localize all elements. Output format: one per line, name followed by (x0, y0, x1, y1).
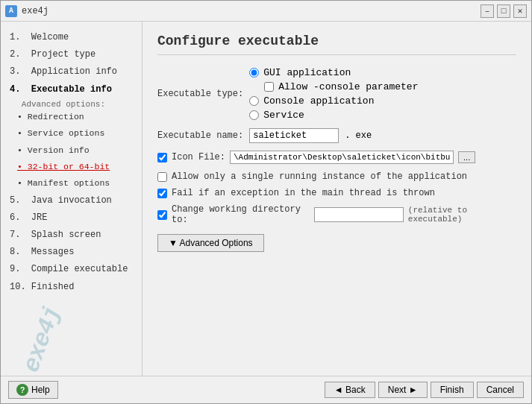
sidebar-item-splash[interactable]: 7. Splash screen (7, 227, 136, 244)
help-button[interactable]: ? Help (8, 381, 58, 399)
back-button[interactable]: ◄ Back (325, 382, 375, 398)
window-title: exe4j (22, 6, 48, 16)
browse-button[interactable]: ... (458, 151, 475, 163)
content-area: 1. Welcome 2. Project type 3. Applicatio… (1, 22, 531, 376)
radio-service[interactable] (249, 110, 259, 120)
icon-file-input[interactable] (230, 151, 454, 164)
sidebar-item-service-options[interactable]: • Service options (7, 125, 136, 142)
title-bar: A exe4j – □ ✕ (1, 1, 531, 22)
bottom-right: ◄ Back Next ► Finish Cancel (325, 382, 524, 398)
sidebar-item-compile[interactable]: 9. Compile executable (7, 261, 136, 278)
fail-exception-label: Fail if an exception in the main thread … (172, 188, 435, 198)
label-console: Console application (263, 95, 374, 107)
icon-file-checkbox[interactable] (157, 153, 167, 162)
allow-console-label: Allow -console parameter (278, 81, 418, 92)
single-instance-checkbox[interactable] (157, 172, 167, 182)
exe-type-options: GUI application Allow -console parameter… (249, 67, 418, 121)
working-dir-input[interactable] (314, 207, 404, 222)
sidebar-item-finished[interactable]: 10. Finished (7, 279, 136, 296)
finish-button[interactable]: Finish (431, 382, 474, 398)
help-icon: ? (16, 384, 28, 396)
sidebar-item-project-type[interactable]: 2. Project type (7, 46, 136, 63)
radio-console[interactable] (249, 96, 259, 106)
fail-exception-row: Fail if an exception in the main thread … (157, 188, 516, 198)
title-bar-controls: – □ ✕ (481, 4, 527, 18)
relative-hint: (relative to executable) (408, 206, 516, 224)
working-dir-checkbox[interactable] (157, 210, 167, 220)
next-button[interactable]: Next ► (378, 382, 428, 398)
sidebar-item-jre[interactable]: 6. JRE (7, 209, 136, 227)
exe-suffix: . exe (345, 130, 372, 141)
page-title: Configure executable (157, 34, 516, 55)
exe-name-label: Executable name: (157, 130, 243, 141)
radio-gui[interactable] (249, 68, 259, 78)
exe-name-row: Executable name: . exe (157, 128, 516, 143)
allow-console-checkbox[interactable] (264, 82, 274, 92)
main-panel: Configure executable Executable type: GU… (143, 22, 531, 376)
icon-file-row: Icon File: ... (157, 151, 516, 164)
help-label: Help (31, 385, 50, 395)
working-dir-label: Change working directory to: (172, 204, 310, 225)
sidebar: 1. Welcome 2. Project type 3. Applicatio… (1, 22, 143, 376)
bottom-left: ? Help (8, 381, 58, 399)
icon-file-label: Icon File: (172, 152, 225, 162)
sidebar-item-app-info[interactable]: 3. Application info (7, 63, 136, 81)
advanced-options-container: ▼ Advanced Options (157, 234, 516, 252)
single-instance-label: Allow only a single running instance of … (172, 171, 467, 182)
title-bar-left: A exe4j (5, 5, 48, 17)
sidebar-adv-label: Advanced options: (7, 100, 136, 109)
app-icon: A (5, 5, 17, 17)
exe-type-row: Executable type: GUI application Allow -… (157, 67, 516, 121)
sidebar-item-version-info[interactable]: • Version info (7, 142, 136, 159)
exe-name-input[interactable] (249, 128, 339, 143)
sidebar-item-manifest[interactable]: • Manifest options (7, 175, 136, 192)
sidebar-item-redirection[interactable]: • Redirection (7, 109, 136, 125)
working-dir-row: Change working directory to: (relative t… (157, 204, 516, 225)
maximize-button[interactable]: □ (497, 4, 510, 18)
bottom-bar: ? Help ◄ Back Next ► Finish Cancel (1, 376, 531, 403)
watermark: exe4j (18, 303, 67, 376)
cancel-button[interactable]: Cancel (477, 382, 524, 398)
label-gui: GUI application (263, 67, 351, 78)
fail-exception-checkbox[interactable] (157, 189, 167, 198)
close-button[interactable]: ✕ (513, 4, 527, 18)
main-window: A exe4j – □ ✕ 1. Welcome 2. Project type… (0, 0, 532, 404)
sidebar-item-messages[interactable]: 8. Messages (7, 244, 136, 261)
exe-type-label: Executable type: (157, 89, 243, 99)
minimize-button[interactable]: – (481, 4, 494, 18)
single-instance-row: Allow only a single running instance of … (157, 171, 516, 182)
sidebar-item-exe-info[interactable]: 4. Executable info (7, 81, 136, 98)
sidebar-item-java[interactable]: 5. Java invocation (7, 192, 136, 209)
sidebar-item-32-64-bit[interactable]: • 32-bit or 64-bit (7, 159, 136, 175)
advanced-options-button[interactable]: ▼ Advanced Options (157, 234, 264, 252)
label-service: Service (263, 110, 304, 121)
sidebar-item-welcome[interactable]: 1. Welcome (7, 29, 136, 46)
